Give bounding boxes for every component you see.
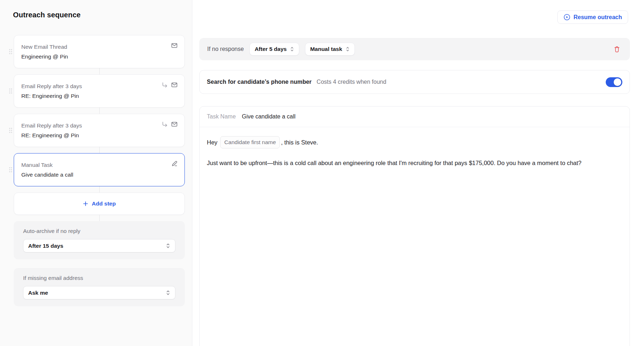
add-step-button[interactable]: Add step [14, 193, 185, 215]
condition-bar: If no response After 5 days Manual task [199, 38, 630, 60]
step-card-manual-task[interactable]: Manual Task Give candidate a call [14, 153, 185, 186]
phone-search-hint: Costs 4 credits when found [317, 79, 386, 85]
step-connector [99, 186, 100, 193]
step-connector [99, 108, 100, 114]
section-gap [14, 259, 185, 268]
task-name-row: Task Name Give candidate a call [200, 107, 630, 127]
reply-icon [161, 82, 168, 88]
step-subject: Engineering @ Pin [21, 52, 177, 61]
step-detail-panel: If no response After 5 days Manual task [199, 38, 630, 346]
auto-archive-select[interactable]: After 15 days [23, 239, 175, 252]
step-connector [99, 215, 100, 221]
condition-label: If no response [207, 46, 244, 52]
step-card-email-reply-2[interactable]: Email Reply after 3 days RE: Engineering… [14, 114, 185, 147]
task-body-paragraph: Just want to be upfront—this is a cold c… [207, 158, 622, 168]
step-row: New Email Thread Engineering @ Pin [14, 35, 185, 68]
step-connector [99, 68, 100, 74]
pencil-icon [171, 160, 178, 167]
steps-list: New Email Thread Engineering @ Pin [14, 35, 185, 306]
missing-email-value: Ask me [28, 290, 48, 296]
step-subject: RE: Engineering @ Pin [21, 91, 177, 101]
chevron-up-down-icon [290, 47, 294, 52]
plus-icon [83, 201, 88, 207]
step-type: Email Reply after 3 days [21, 121, 177, 130]
missing-email-select[interactable]: Ask me [23, 286, 175, 299]
auto-archive-value: After 15 days [28, 243, 63, 249]
task-card: Task Name Give candidate a call Hey Cand… [199, 106, 630, 346]
step-row: Email Reply after 3 days RE: Engineering… [14, 74, 185, 108]
action-type-select[interactable]: Manual task [305, 43, 355, 56]
mail-icon [171, 121, 178, 128]
chevron-up-down-icon [166, 290, 170, 295]
delay-value: After 5 days [254, 46, 287, 52]
play-circle-icon [564, 14, 570, 21]
task-body-editor[interactable]: Hey Candidate first name , this is Steve… [200, 127, 630, 177]
step-row: Manual Task Give candidate a call [14, 153, 185, 186]
body-after-chip: , this is Steve. [281, 137, 318, 148]
step-row: Email Reply after 3 days RE: Engineering… [14, 114, 185, 147]
missing-email-card: If missing email address Ask me [14, 268, 185, 306]
step-subject: Give candidate a call [21, 170, 177, 180]
step-type: New Email Thread [21, 42, 177, 52]
drag-handle[interactable] [7, 47, 14, 56]
delay-select[interactable]: After 5 days [249, 43, 299, 56]
page-title: Outreach sequence [13, 11, 185, 19]
drag-handle[interactable] [7, 126, 14, 135]
sequence-panel: Outreach sequence New Email Thread Engin… [0, 0, 192, 346]
missing-email-label: If missing email address [23, 275, 175, 281]
task-body-line: Hey Candidate first name , this is Steve… [207, 136, 622, 148]
auto-archive-card: Auto-archive if no reply After 15 days [14, 221, 185, 259]
step-card-email-reply-1[interactable]: Email Reply after 3 days RE: Engineering… [14, 74, 185, 108]
chevron-up-down-icon [166, 243, 170, 248]
step-connector [99, 147, 100, 153]
body-prefix: Hey [207, 137, 217, 148]
mail-icon [171, 81, 178, 88]
mail-icon [171, 42, 178, 49]
step-card-new-email-thread[interactable]: New Email Thread Engineering @ Pin [14, 35, 185, 68]
phone-search-card: Search for candidate’s phone number Cost… [199, 70, 630, 94]
reply-icon [161, 121, 168, 128]
chevron-up-down-icon [345, 47, 350, 52]
step-subject: RE: Engineering @ Pin [21, 131, 177, 140]
drag-handle[interactable] [7, 87, 14, 96]
task-name-input[interactable]: Give candidate a call [242, 113, 296, 120]
step-type: Manual Task [21, 160, 177, 170]
add-step-label: Add step [92, 200, 116, 207]
candidate-first-name-chip[interactable]: Candidate first name [220, 136, 280, 148]
phone-search-toggle[interactable] [606, 77, 622, 87]
action-type-value: Manual task [310, 46, 342, 52]
task-name-label: Task Name [207, 113, 236, 120]
toggle-knob [614, 78, 621, 86]
resume-outreach-button[interactable]: Resume outreach [557, 10, 628, 24]
phone-search-label: Search for candidate’s phone number [207, 79, 312, 85]
resume-outreach-label: Resume outreach [574, 14, 622, 21]
delete-step-button[interactable] [612, 44, 622, 55]
auto-archive-label: Auto-archive if no reply [23, 228, 175, 234]
drag-handle[interactable] [7, 165, 14, 174]
step-type: Email Reply after 3 days [21, 82, 177, 91]
